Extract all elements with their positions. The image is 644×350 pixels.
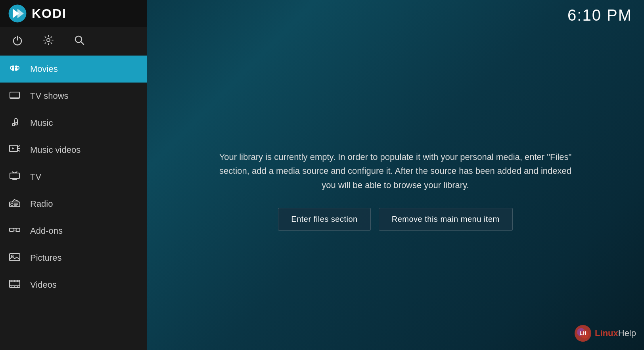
sidebar: KODI [0, 0, 147, 350]
search-icon[interactable] [74, 35, 85, 48]
tv-label: TV [30, 172, 41, 182]
app-title: KODI [32, 6, 67, 21]
svg-point-18 [12, 123, 15, 126]
svg-point-11 [12, 65, 14, 68]
main-content: 6:10 PM Your library is currently empty.… [147, 0, 644, 350]
music-videos-label: Music videos [30, 145, 80, 155]
sidebar-item-add-ons[interactable]: Add-ons [0, 217, 147, 244]
svg-rect-41 [10, 254, 20, 261]
kodi-logo-icon [8, 4, 27, 23]
music-label: Music [30, 118, 53, 128]
linuxhelp-logo-icon: LH [574, 325, 592, 342]
svg-point-3 [47, 38, 50, 42]
sidebar-item-pictures[interactable]: Pictures [0, 244, 147, 271]
add-ons-icon [8, 225, 21, 237]
clock-display: 6:10 PM [567, 6, 632, 24]
tv-icon [8, 171, 21, 183]
music-videos-icon [8, 144, 21, 156]
content-area: Your library is currently empty. In orde… [147, 31, 644, 350]
svg-text:LH: LH [580, 331, 586, 336]
movies-label: Movies [30, 64, 58, 74]
tv-shows-label: TV shows [30, 91, 69, 101]
enter-files-button[interactable]: Enter files section [278, 208, 370, 231]
remove-menu-item-button[interactable]: Remove this main menu item [379, 208, 513, 231]
svg-rect-14 [15, 68, 17, 71]
movies-icon [8, 63, 21, 75]
tv-shows-icon [8, 90, 21, 102]
sidebar-controls [0, 27, 147, 56]
sidebar-item-tv[interactable]: TV [0, 163, 147, 190]
empty-library-message: Your library is currently empty. In orde… [217, 150, 574, 192]
videos-label: Videos [30, 280, 57, 290]
watermark: LH LinuxHelp [574, 325, 636, 342]
sidebar-item-videos[interactable]: Videos [0, 271, 147, 298]
add-ons-label: Add-ons [30, 226, 63, 236]
svg-marker-21 [12, 147, 14, 150]
top-bar: 6:10 PM [147, 0, 644, 31]
sidebar-item-tv-shows[interactable]: TV shows [0, 83, 147, 110]
pictures-icon [8, 252, 21, 264]
sidebar-item-music-videos[interactable]: Music videos [0, 137, 147, 163]
watermark-text: LinuxHelp [595, 328, 636, 338]
svg-point-12 [15, 65, 17, 68]
svg-line-5 [81, 42, 84, 44]
sidebar-item-movies[interactable]: Movies [0, 56, 147, 83]
svg-rect-40 [13, 229, 16, 231]
svg-rect-25 [10, 173, 19, 179]
main-nav: Movies TV shows [0, 56, 147, 350]
music-icon [8, 117, 21, 129]
settings-icon[interactable] [43, 35, 54, 48]
svg-point-19 [15, 123, 17, 125]
svg-line-22 [18, 146, 20, 146]
radio-label: Radio [30, 199, 53, 209]
sidebar-item-music[interactable]: Music [0, 110, 147, 137]
radio-icon [8, 198, 21, 210]
svg-rect-13 [12, 68, 14, 71]
videos-icon [8, 279, 21, 291]
svg-line-24 [18, 150, 20, 151]
power-icon[interactable] [12, 35, 23, 48]
svg-point-31 [11, 203, 13, 206]
pictures-label: Pictures [30, 253, 61, 263]
sidebar-item-radio[interactable]: Radio [0, 190, 147, 217]
app-header: KODI [0, 0, 147, 27]
svg-line-36 [14, 200, 18, 201]
action-buttons: Enter files section Remove this main men… [278, 208, 512, 231]
